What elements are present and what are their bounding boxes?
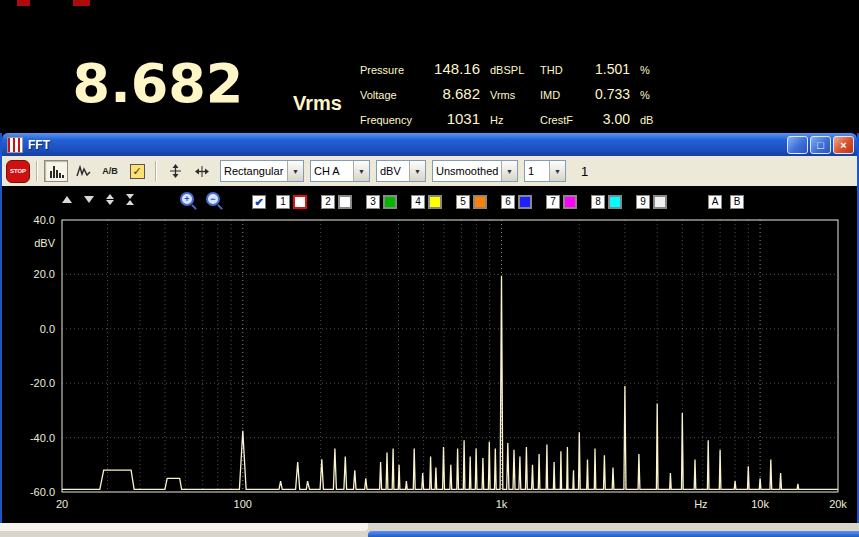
overlay-color-3[interactable] — [383, 195, 397, 209]
frequency-unit: Hz — [490, 114, 536, 126]
svg-text:Hz: Hz — [694, 498, 707, 510]
overlay-color-7[interactable] — [563, 195, 577, 209]
memory-button-b[interactable]: B — [730, 195, 744, 209]
overlay-num-6[interactable]: 6 — [501, 195, 515, 209]
average-counter: 1 — [581, 164, 588, 179]
overlay-7: 7 — [546, 195, 577, 209]
overlay-num-4[interactable]: 4 — [411, 195, 425, 209]
bar-spectrum-icon — [49, 165, 64, 178]
overlay-visible-checkbox[interactable]: ✔ — [252, 195, 266, 209]
svg-text:1k: 1k — [496, 498, 508, 510]
pressure-label: Pressure — [360, 64, 420, 76]
compress-icon — [126, 194, 134, 199]
overlay-5: 5 — [456, 195, 487, 209]
svg-text:dBV: dBV — [34, 237, 55, 249]
overlay-num-9[interactable]: 9 — [636, 195, 650, 209]
svg-text:0.0: 0.0 — [40, 323, 55, 335]
svg-text:20.0: 20.0 — [34, 268, 55, 280]
crestf-label: CrestF — [540, 114, 584, 126]
svg-text:20: 20 — [56, 498, 68, 510]
zoom-out-icon: − — [206, 192, 220, 206]
pressure-value: 148.16 — [424, 60, 486, 77]
overlay-color-8[interactable] — [608, 195, 622, 209]
compress-y-button[interactable] — [126, 194, 134, 205]
chevron-down-icon: ▼ — [549, 161, 565, 181]
meter-panel: 8.682 Vrms Pressure 148.16 dBSPL THD 1.5… — [0, 0, 859, 133]
overlay-num-3[interactable]: 3 — [366, 195, 380, 209]
x-scale-icon — [195, 165, 209, 178]
taskbar-strip — [0, 523, 859, 537]
scale-down-button[interactable] — [84, 196, 94, 203]
averaging-select[interactable]: 1 ▼ — [524, 160, 566, 182]
chart-region: 40.020.00.0-20.0-40.0-60.0dBV201001k10k2… — [2, 186, 857, 523]
window-function-select[interactable]: Rectangular ▼ — [220, 160, 304, 182]
svg-text:-40.0: -40.0 — [30, 432, 55, 444]
zoom-controls: + − — [180, 192, 220, 206]
overlay-color-9[interactable] — [653, 195, 667, 209]
overlay-color-4[interactable] — [428, 195, 442, 209]
frequency-value: 1031 — [424, 110, 486, 127]
overlay-num-7[interactable]: 7 — [546, 195, 560, 209]
imd-label: IMD — [540, 89, 584, 101]
expand-icon — [106, 194, 114, 199]
window-buttons: _ □ × — [787, 136, 854, 154]
marker-checkbox-button[interactable]: ✓ — [125, 160, 149, 182]
pressure-unit: dBSPL — [490, 64, 536, 76]
minimize-button[interactable]: _ — [787, 136, 808, 154]
smoothing-value: Unsmoothed — [433, 165, 501, 177]
crestf-unit: dB — [640, 114, 668, 126]
imd-value: 0.733 — [588, 86, 636, 102]
x-scale-button[interactable] — [190, 160, 214, 182]
overlay-buttons: 123456789 — [276, 195, 667, 209]
units-select[interactable]: dBV ▼ — [376, 160, 426, 182]
zoom-out-button[interactable]: − — [206, 192, 220, 206]
frequency-label: Frequency — [360, 114, 420, 126]
titlebar[interactable]: FFT _ □ × — [2, 133, 857, 156]
fft-plot[interactable]: 40.020.00.0-20.0-40.0-60.0dBV201001k10k2… — [2, 186, 857, 523]
overlay-num-5[interactable]: 5 — [456, 195, 470, 209]
screen-edge-artifact — [17, 0, 30, 6]
triangle-up-icon — [62, 196, 72, 203]
memory-button-a[interactable]: A — [708, 195, 722, 209]
svg-text:20k: 20k — [829, 498, 847, 510]
fft-window: FFT _ □ × STOP A/B ✓ — [0, 133, 859, 523]
maximize-button[interactable]: □ — [810, 136, 831, 154]
overlay-9: 9 — [636, 195, 667, 209]
stop-button[interactable]: STOP — [6, 160, 30, 183]
zoom-in-icon: + — [180, 192, 194, 206]
bar-spectrum-button[interactable] — [44, 160, 68, 182]
close-icon: × — [840, 139, 846, 151]
window-icon — [7, 137, 23, 153]
smoothing-select[interactable]: Unsmoothed ▼ — [432, 160, 518, 182]
line-spectrum-button[interactable] — [71, 160, 95, 182]
toolbar: STOP A/B ✓ Rectangular ▼ — [2, 156, 857, 186]
memory-buttons: AB — [708, 195, 744, 209]
overlay-3: 3 — [366, 195, 397, 209]
channel-select[interactable]: CH A ▼ — [310, 160, 370, 182]
overlay-color-2[interactable] — [338, 195, 352, 209]
y-scale-button[interactable] — [163, 160, 187, 182]
ab-compare-button[interactable]: A/B — [98, 160, 122, 182]
scale-up-button[interactable] — [62, 196, 72, 203]
thd-unit: % — [640, 64, 668, 76]
toolbar-separator — [36, 161, 38, 181]
scale-controls — [62, 194, 134, 205]
chevron-down-icon: ▼ — [287, 161, 303, 181]
svg-text:-60.0: -60.0 — [30, 486, 55, 498]
minimize-icon: _ — [794, 142, 800, 154]
overlay-num-2[interactable]: 2 — [321, 195, 335, 209]
expand-y-button[interactable] — [106, 194, 114, 205]
line-spectrum-icon — [76, 165, 91, 178]
svg-text:10k: 10k — [751, 498, 769, 510]
close-button[interactable]: × — [833, 136, 854, 154]
overlay-2: 2 — [321, 195, 352, 209]
overlay-color-6[interactable] — [518, 195, 532, 209]
overlay-num-8[interactable]: 8 — [591, 195, 605, 209]
overlay-color-1[interactable] — [293, 195, 307, 209]
overlay-color-5[interactable] — [473, 195, 487, 209]
voltage-label: Voltage — [360, 89, 420, 101]
zoom-in-button[interactable]: + — [180, 192, 194, 206]
overlay-num-1[interactable]: 1 — [276, 195, 290, 209]
screen-edge-artifact — [73, 0, 90, 6]
background-window-edge — [368, 531, 859, 537]
